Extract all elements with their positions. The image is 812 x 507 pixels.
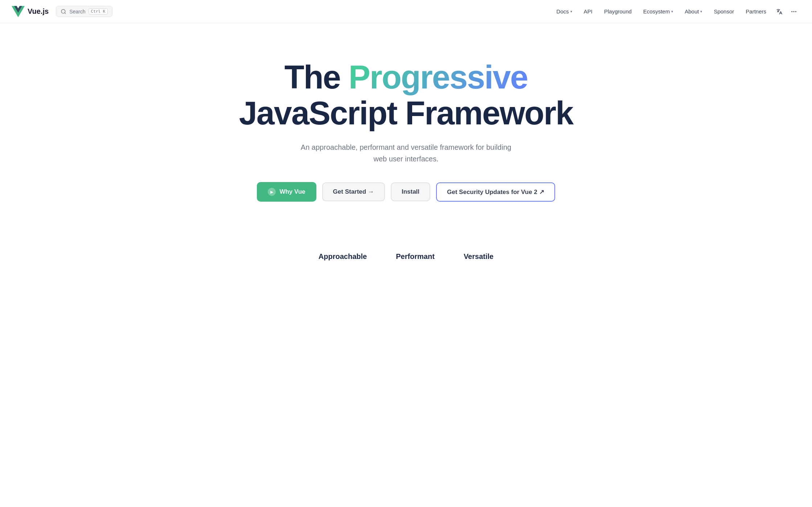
hero-buttons: ▶ Why Vue Get Started → Install Get Secu… — [257, 182, 555, 202]
search-label: Search — [69, 9, 85, 15]
search-icon — [61, 9, 66, 15]
get-started-button[interactable]: Get Started → — [322, 182, 385, 201]
hero-section: The Progressive JavaScript Framework An … — [206, 23, 606, 231]
why-vue-button[interactable]: ▶ Why Vue — [257, 182, 316, 202]
translate-icon — [776, 8, 783, 15]
nav-partners[interactable]: Partners — [741, 5, 771, 17]
svg-point-1 — [792, 11, 792, 12]
hero-subtitle: An approachable, performant and versatil… — [294, 141, 518, 165]
feature-approachable: Approachable — [319, 252, 367, 261]
search-kbd: Ctrl K — [89, 8, 108, 15]
feature-performant-title: Performant — [396, 252, 435, 261]
hero-title-prefix: The — [284, 59, 349, 95]
svg-point-3 — [796, 11, 796, 12]
translate-button[interactable] — [773, 5, 786, 18]
features-section: Approachable Performant Versatile — [206, 231, 606, 275]
logo-text: Vue.js — [28, 7, 49, 16]
docs-chevron-icon: ▾ — [570, 9, 572, 13]
ecosystem-chevron-icon: ▾ — [671, 9, 673, 13]
navbar: Vue.js Search Ctrl K Docs ▾ API Playgrou… — [0, 0, 812, 23]
security-updates-button[interactable]: Get Security Updates for Vue 2 ↗ — [436, 182, 555, 202]
nav-about[interactable]: About ▾ — [680, 5, 707, 17]
svg-point-0 — [61, 9, 65, 13]
nav-links: Docs ▾ API Playground Ecosystem ▾ About … — [551, 5, 800, 18]
logo-link[interactable]: Vue.js — [12, 5, 49, 18]
svg-point-2 — [793, 11, 794, 12]
nav-ecosystem[interactable]: Ecosystem ▾ — [638, 5, 678, 17]
nav-api[interactable]: API — [579, 5, 598, 17]
more-icon — [791, 8, 797, 15]
vue-logo-icon — [12, 5, 25, 18]
feature-versatile: Versatile — [464, 252, 493, 261]
nav-docs[interactable]: Docs ▾ — [551, 5, 577, 17]
about-chevron-icon: ▾ — [700, 9, 702, 13]
more-button[interactable] — [787, 5, 800, 18]
nav-sponsor[interactable]: Sponsor — [709, 5, 739, 17]
search-button[interactable]: Search Ctrl K — [56, 6, 112, 17]
play-icon: ▶ — [268, 188, 276, 196]
feature-performant: Performant — [396, 252, 435, 261]
feature-versatile-title: Versatile — [464, 252, 493, 261]
hero-title-gradient: Progressive — [349, 59, 528, 95]
nav-playground[interactable]: Playground — [599, 5, 637, 17]
install-button[interactable]: Install — [391, 182, 430, 201]
hero-title: The Progressive JavaScript Framework — [239, 59, 573, 131]
hero-title-suffix: JavaScript Framework — [239, 95, 573, 131]
feature-approachable-title: Approachable — [319, 252, 367, 261]
